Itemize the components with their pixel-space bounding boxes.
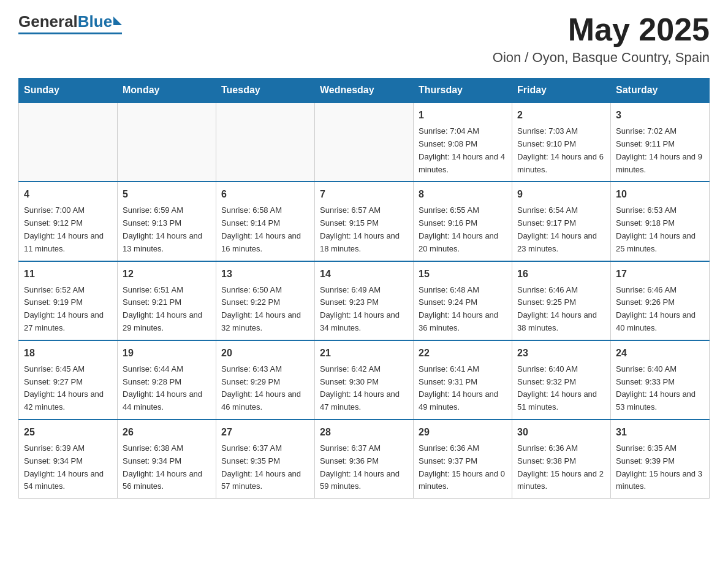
logo-triangle-icon [113, 17, 122, 25]
day-number: 12 [123, 267, 211, 282]
day-number: 8 [419, 187, 507, 202]
calendar-day: 18Sunrise: 6:45 AMSunset: 9:27 PMDayligh… [19, 340, 118, 419]
calendar-day [216, 102, 315, 182]
calendar-day: 1Sunrise: 7:04 AMSunset: 9:08 PMDaylight… [414, 102, 512, 182]
day-info: Sunrise: 6:58 AMSunset: 9:14 PMDaylight:… [221, 204, 309, 255]
day-number: 21 [320, 346, 408, 361]
day-number: 26 [123, 425, 211, 440]
weekday-header-monday: Monday [118, 79, 216, 103]
day-number: 30 [517, 425, 605, 440]
calendar-day: 30Sunrise: 6:36 AMSunset: 9:38 PMDayligh… [512, 419, 611, 499]
day-info: Sunrise: 6:55 AMSunset: 9:16 PMDaylight:… [419, 204, 507, 255]
day-info: Sunrise: 7:04 AMSunset: 9:08 PMDaylight:… [419, 125, 507, 176]
day-number: 31 [616, 425, 704, 440]
week-row-3: 11Sunrise: 6:52 AMSunset: 9:19 PMDayligh… [19, 261, 710, 340]
day-info: Sunrise: 6:50 AMSunset: 9:22 PMDaylight:… [221, 284, 309, 335]
calendar-day: 11Sunrise: 6:52 AMSunset: 9:19 PMDayligh… [19, 261, 118, 340]
day-info: Sunrise: 6:41 AMSunset: 9:31 PMDaylight:… [419, 363, 507, 414]
calendar-day: 27Sunrise: 6:37 AMSunset: 9:35 PMDayligh… [216, 419, 315, 499]
calendar-day: 5Sunrise: 6:59 AMSunset: 9:13 PMDaylight… [118, 182, 216, 261]
day-info: Sunrise: 6:36 AMSunset: 9:38 PMDaylight:… [517, 442, 605, 493]
day-info: Sunrise: 7:03 AMSunset: 9:10 PMDaylight:… [517, 125, 605, 176]
day-info: Sunrise: 6:53 AMSunset: 9:18 PMDaylight:… [616, 204, 704, 255]
day-info: Sunrise: 6:40 AMSunset: 9:33 PMDaylight:… [616, 363, 704, 414]
calendar-day: 22Sunrise: 6:41 AMSunset: 9:31 PMDayligh… [414, 340, 512, 419]
day-info: Sunrise: 7:02 AMSunset: 9:11 PMDaylight:… [616, 125, 704, 176]
day-info: Sunrise: 6:39 AMSunset: 9:34 PMDaylight:… [24, 442, 112, 493]
calendar-day: 10Sunrise: 6:53 AMSunset: 9:18 PMDayligh… [611, 182, 710, 261]
day-number: 15 [419, 267, 507, 282]
day-number: 14 [320, 267, 408, 282]
day-info: Sunrise: 6:46 AMSunset: 9:25 PMDaylight:… [517, 284, 605, 335]
weekday-header-saturday: Saturday [611, 79, 710, 103]
logo-general-text: General [18, 12, 78, 31]
logo-underline [18, 33, 122, 34]
day-info: Sunrise: 6:37 AMSunset: 9:35 PMDaylight:… [221, 442, 309, 493]
day-number: 20 [221, 346, 309, 361]
day-info: Sunrise: 7:00 AMSunset: 9:12 PMDaylight:… [24, 204, 112, 255]
calendar-day [19, 102, 118, 182]
calendar-day: 14Sunrise: 6:49 AMSunset: 9:23 PMDayligh… [315, 261, 414, 340]
week-row-4: 18Sunrise: 6:45 AMSunset: 9:27 PMDayligh… [19, 340, 710, 419]
day-number: 27 [221, 425, 309, 440]
day-info: Sunrise: 6:43 AMSunset: 9:29 PMDaylight:… [221, 363, 309, 414]
day-number: 17 [616, 267, 704, 282]
day-info: Sunrise: 6:59 AMSunset: 9:13 PMDaylight:… [123, 204, 211, 255]
logo: General Blue [18, 12, 122, 34]
calendar-day: 24Sunrise: 6:40 AMSunset: 9:33 PMDayligh… [611, 340, 710, 419]
weekday-header-wednesday: Wednesday [315, 79, 414, 103]
weekday-header-thursday: Thursday [414, 79, 512, 103]
week-row-2: 4Sunrise: 7:00 AMSunset: 9:12 PMDaylight… [19, 182, 710, 261]
day-number: 2 [517, 108, 605, 123]
calendar-day: 12Sunrise: 6:51 AMSunset: 9:21 PMDayligh… [118, 261, 216, 340]
calendar-day [315, 102, 414, 182]
calendar-day: 21Sunrise: 6:42 AMSunset: 9:30 PMDayligh… [315, 340, 414, 419]
day-info: Sunrise: 6:42 AMSunset: 9:30 PMDaylight:… [320, 363, 408, 414]
calendar-day: 13Sunrise: 6:50 AMSunset: 9:22 PMDayligh… [216, 261, 315, 340]
day-number: 1 [419, 108, 507, 123]
day-number: 24 [616, 346, 704, 361]
weekday-header-sunday: Sunday [19, 79, 118, 103]
logo-blue-part: Blue [78, 12, 122, 31]
calendar-day: 6Sunrise: 6:58 AMSunset: 9:14 PMDaylight… [216, 182, 315, 261]
calendar-day: 15Sunrise: 6:48 AMSunset: 9:24 PMDayligh… [414, 261, 512, 340]
calendar-day: 16Sunrise: 6:46 AMSunset: 9:25 PMDayligh… [512, 261, 611, 340]
day-number: 5 [123, 187, 211, 202]
calendar-day: 4Sunrise: 7:00 AMSunset: 9:12 PMDaylight… [19, 182, 118, 261]
day-number: 16 [517, 267, 605, 282]
calendar-day: 23Sunrise: 6:40 AMSunset: 9:32 PMDayligh… [512, 340, 611, 419]
weekday-header-tuesday: Tuesday [216, 79, 315, 103]
day-number: 19 [123, 346, 211, 361]
day-info: Sunrise: 6:45 AMSunset: 9:27 PMDaylight:… [24, 363, 112, 414]
day-number: 9 [517, 187, 605, 202]
calendar-day: 8Sunrise: 6:55 AMSunset: 9:16 PMDaylight… [414, 182, 512, 261]
day-info: Sunrise: 6:46 AMSunset: 9:26 PMDaylight:… [616, 284, 704, 335]
calendar-day: 25Sunrise: 6:39 AMSunset: 9:34 PMDayligh… [19, 419, 118, 499]
calendar-day: 20Sunrise: 6:43 AMSunset: 9:29 PMDayligh… [216, 340, 315, 419]
day-info: Sunrise: 6:44 AMSunset: 9:28 PMDaylight:… [123, 363, 211, 414]
calendar-table: SundayMondayTuesdayWednesdayThursdayFrid… [18, 78, 710, 499]
calendar-day: 9Sunrise: 6:54 AMSunset: 9:17 PMDaylight… [512, 182, 611, 261]
day-info: Sunrise: 6:40 AMSunset: 9:32 PMDaylight:… [517, 363, 605, 414]
day-info: Sunrise: 6:36 AMSunset: 9:37 PMDaylight:… [419, 442, 507, 493]
calendar-day: 26Sunrise: 6:38 AMSunset: 9:34 PMDayligh… [118, 419, 216, 499]
day-number: 22 [419, 346, 507, 361]
calendar-day [118, 102, 216, 182]
calendar-day: 19Sunrise: 6:44 AMSunset: 9:28 PMDayligh… [118, 340, 216, 419]
calendar-day: 7Sunrise: 6:57 AMSunset: 9:15 PMDaylight… [315, 182, 414, 261]
calendar-day: 31Sunrise: 6:35 AMSunset: 9:39 PMDayligh… [611, 419, 710, 499]
day-number: 29 [419, 425, 507, 440]
week-row-5: 25Sunrise: 6:39 AMSunset: 9:34 PMDayligh… [19, 419, 710, 499]
day-number: 7 [320, 187, 408, 202]
day-info: Sunrise: 6:57 AMSunset: 9:15 PMDaylight:… [320, 204, 408, 255]
title-section: May 2025 Oion / Oyon, Basque Country, Sp… [493, 12, 710, 66]
day-number: 4 [24, 187, 112, 202]
weekday-header-friday: Friday [512, 79, 611, 103]
calendar-day: 29Sunrise: 6:36 AMSunset: 9:37 PMDayligh… [414, 419, 512, 499]
day-info: Sunrise: 6:52 AMSunset: 9:19 PMDaylight:… [24, 284, 112, 335]
month-title: May 2025 [493, 12, 710, 47]
day-info: Sunrise: 6:37 AMSunset: 9:36 PMDaylight:… [320, 442, 408, 493]
day-number: 28 [320, 425, 408, 440]
day-number: 13 [221, 267, 309, 282]
day-info: Sunrise: 6:54 AMSunset: 9:17 PMDaylight:… [517, 204, 605, 255]
